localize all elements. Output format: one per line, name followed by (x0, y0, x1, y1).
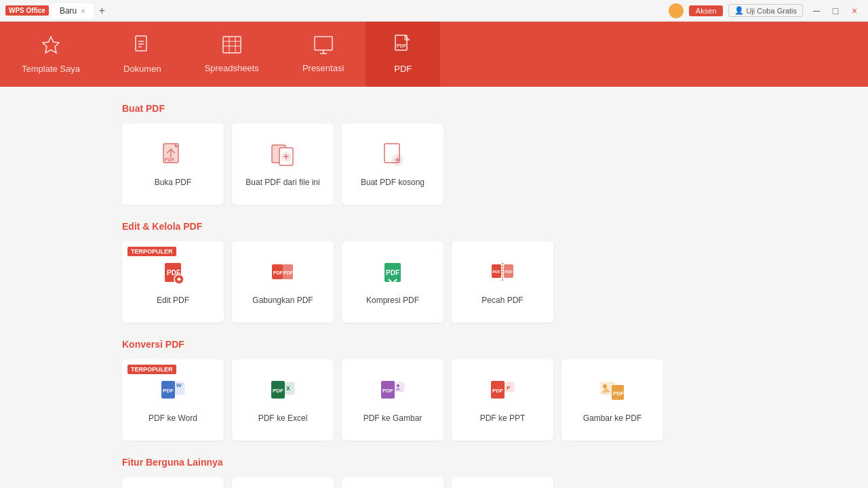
active-tab[interactable]: Baru × (52, 3, 94, 18)
section-konversi: Konversi PDF TERPOPULER PDF W PDF ke Wor… (122, 339, 746, 441)
titlebar-left: WPS Office Baru × + (5, 3, 105, 18)
nav-item-presentasi[interactable]: Presentasi (281, 22, 366, 87)
card-gabungkan-pdf[interactable]: PDF PDF Gabungkan PDF (232, 241, 334, 323)
card-edit-pdf[interactable]: TERPOPULER PDF Edit PDF (122, 241, 224, 323)
split-pdf-icon: PDF PDF (488, 259, 517, 290)
nav-item-template-saya[interactable]: Template Saya (0, 22, 102, 87)
nav-item-pdf[interactable]: PDF PDF (366, 22, 440, 87)
svg-text:PDF: PDF (165, 157, 175, 162)
wps-logo: WPS Office (5, 5, 49, 16)
section-title-fitur: Fitur Berguna Lainnya (122, 457, 746, 468)
main-content: Buat PDF PDF Buka PDF (0, 87, 868, 488)
nav-label-pdf: PDF (394, 64, 412, 74)
trial-icon: 👤 (734, 6, 744, 15)
svg-text:PDF: PDF (397, 43, 407, 48)
card-label-pdf-gambar: PDF ke Gambar (358, 413, 428, 423)
edit-pdf-icon: PDF (159, 259, 187, 290)
card-wps-cloud[interactable]: WPS Cloud (342, 477, 443, 488)
svg-rect-5 (223, 37, 241, 53)
card-buka-pdf[interactable]: PDF Buka PDF (122, 123, 224, 205)
svg-text:PDF: PDF (382, 388, 393, 394)
pdf-open-icon: PDF (159, 141, 187, 172)
card-label-pdf-ppt: PDF ke PPT (475, 413, 531, 423)
image-pdf-icon: PDF (598, 377, 627, 408)
nav-label-spreadsheets: Spreadsheets (205, 63, 259, 73)
trial-label: Uji Coba Gratis (746, 7, 797, 15)
card-pdf-excel[interactable]: PDF X PDF ke Excel (232, 359, 334, 441)
badge-popular-edit: TERPOPULER (127, 247, 176, 256)
compress-pdf-icon: PDF (378, 259, 407, 290)
section-title-buat-pdf: Buat PDF (122, 103, 746, 114)
card-label-buat-dari-file: Buat PDF dari file ini (240, 178, 325, 187)
card-label-gambar-pdf: Gambar ke PDF (578, 413, 648, 423)
card-lainnya[interactable]: Lainnya (452, 477, 553, 488)
pdf-word-icon: PDF W (159, 377, 187, 408)
svg-text:P: P (507, 385, 511, 391)
card-pecah-pdf[interactable]: PDF PDF Pecah PDF (452, 241, 553, 323)
card-ocr[interactable]: Gambar menjadi teks (122, 477, 224, 488)
card-kompresi-pdf[interactable]: PDF Kompresi PDF (342, 241, 443, 323)
card-label-buat-kosong: Buat PDF kosong (355, 178, 430, 187)
pdf-from-file-icon (269, 141, 297, 172)
card-label-pecah: Pecah PDF (476, 296, 528, 305)
section-title-edit-kelola: Edit & Kelola PDF (122, 221, 746, 232)
avatar (669, 3, 684, 18)
maximize-button[interactable]: □ (827, 4, 844, 18)
pdf-icon: PDF (393, 35, 412, 60)
badge-popular-word: TERPOPULER (127, 365, 176, 374)
window-controls: ─ □ × (808, 4, 863, 18)
card-templat[interactable]: Templat (232, 477, 334, 488)
svg-point-52 (397, 384, 399, 387)
section-fitur-lainnya: Fitur Berguna Lainnya Gambar menjadi tek… (122, 457, 746, 488)
pdf-excel-icon: PDF X (269, 377, 297, 408)
pdf-ppt-icon: PDF P (488, 377, 517, 408)
svg-text:X: X (286, 385, 290, 392)
card-buat-dari-file[interactable]: Buat PDF dari file ini (232, 123, 334, 205)
svg-text:PDF: PDF (273, 388, 283, 394)
card-buat-kosong[interactable]: Buat PDF kosong (342, 123, 443, 205)
card-pdf-ppt[interactable]: PDF P PDF ke PPT (452, 359, 553, 441)
svg-text:PDF: PDF (613, 390, 624, 396)
doc-icon (133, 35, 152, 60)
svg-rect-1 (136, 36, 146, 51)
trial-button[interactable]: 👤 Uji Coba Gratis (728, 4, 803, 17)
card-gambar-pdf[interactable]: PDF Gambar ke PDF (561, 359, 663, 441)
svg-rect-10 (315, 37, 332, 50)
ppt-icon (313, 35, 334, 59)
titlebar: WPS Office Baru × + Aksen 👤 Uji Coba Gra… (0, 0, 868, 22)
star-icon (41, 35, 61, 60)
card-grid-fitur: Gambar menjadi teks Templat (122, 477, 746, 488)
section-edit-kelola: Edit & Kelola PDF TERPOPULER PDF Edit PD… (122, 221, 746, 323)
close-window-button[interactable]: × (846, 4, 863, 18)
nav-label-presentasi: Presentasi (302, 63, 344, 73)
svg-text:PDF: PDF (505, 270, 513, 274)
svg-text:PDF: PDF (163, 388, 174, 394)
card-grid-edit-kelola: TERPOPULER PDF Edit PDF (122, 241, 746, 323)
card-label-edit-pdf: Edit PDF (151, 296, 195, 305)
nav-label-dokumen: Dokumen (123, 64, 161, 74)
merge-pdf-icon: PDF PDF (269, 259, 297, 290)
minimize-button[interactable]: ─ (808, 4, 825, 18)
card-grid-buat-pdf: PDF Buka PDF Buat PDF dari file ini (122, 123, 746, 205)
card-pdf-gambar[interactable]: PDF PDF ke Gambar (342, 359, 443, 441)
aksen-button[interactable]: Aksen (689, 5, 724, 16)
card-label-buka-pdf: Buka PDF (149, 178, 197, 187)
card-label-pdf-excel: PDF ke Excel (253, 413, 313, 423)
pdf-image-icon: PDF (378, 377, 407, 408)
nav-item-spreadsheets[interactable]: Spreadsheets (183, 22, 281, 87)
card-label-gabungkan: Gabungkan PDF (247, 296, 318, 305)
navbar: Template Saya Dokumen Spreadsheets (0, 22, 868, 87)
tab-label: Baru (60, 6, 77, 16)
card-grid-konversi: TERPOPULER PDF W PDF ke Word PDF (122, 359, 746, 441)
sheet-icon (222, 35, 242, 59)
svg-text:PDF: PDF (492, 270, 500, 274)
svg-text:PDF: PDF (283, 270, 294, 275)
svg-text:PDF: PDF (273, 270, 283, 275)
nav-item-dokumen[interactable]: Dokumen (102, 22, 183, 87)
card-pdf-word[interactable]: TERPOPULER PDF W PDF ke Word (122, 359, 224, 441)
svg-marker-0 (43, 37, 59, 53)
svg-rect-44 (175, 382, 184, 394)
close-tab-button[interactable]: × (81, 7, 85, 15)
add-tab-button[interactable]: + (99, 5, 105, 17)
section-buat-pdf: Buat PDF PDF Buka PDF (122, 103, 746, 205)
